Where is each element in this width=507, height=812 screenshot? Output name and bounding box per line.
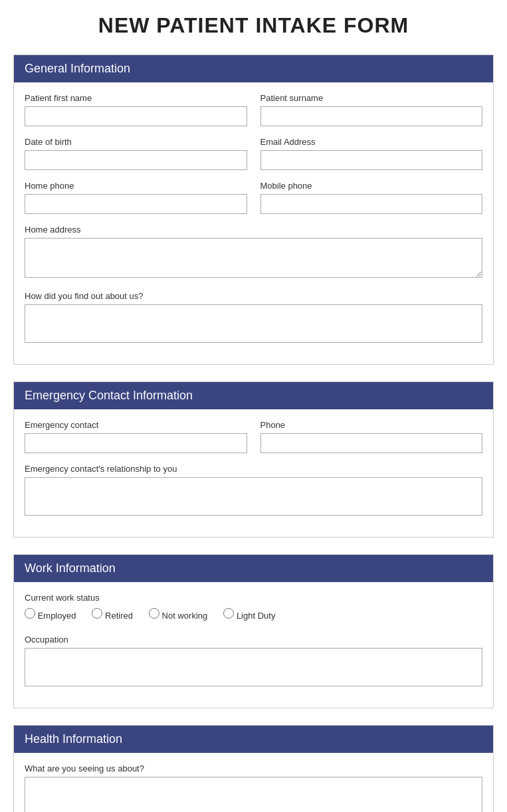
relationship-input[interactable] <box>25 477 482 516</box>
first-name-label: Patient first name <box>25 93 247 103</box>
surname-input[interactable] <box>260 106 483 126</box>
emergency-phone-label: Phone <box>260 420 483 430</box>
first-name-input[interactable] <box>25 106 247 126</box>
seeing-us-label: What are you seeing us about? <box>25 763 482 773</box>
radio-not-working-label: Not working <box>162 611 208 621</box>
home-address-label: Home address <box>25 225 482 235</box>
work-information-header: Work Information <box>14 555 493 582</box>
radio-not-working-input[interactable] <box>149 608 159 619</box>
emergency-contact-section: Emergency Contact Information Emergency … <box>13 381 494 538</box>
radio-light-duty-label: Light Duty <box>237 611 276 621</box>
emergency-phone-input[interactable] <box>260 433 483 453</box>
occupation-input[interactable] <box>25 648 482 686</box>
dob-label: Date of birth <box>25 137 247 147</box>
occupation-label: Occupation <box>25 635 482 645</box>
emergency-contact-input[interactable] <box>25 433 247 453</box>
work-status-radio-group: Employed Retired Not working Light Duty <box>25 608 482 624</box>
general-information-section: General Information Patient first name P… <box>13 54 494 365</box>
radio-employed-input[interactable] <box>25 608 35 619</box>
radio-employed-label: Employed <box>38 611 76 621</box>
radio-employed[interactable]: Employed <box>25 608 76 621</box>
radio-retired[interactable]: Retired <box>92 608 133 621</box>
emergency-contact-header: Emergency Contact Information <box>14 382 493 409</box>
relationship-label: Emergency contact's relationship to you <box>25 464 482 474</box>
radio-light-duty-input[interactable] <box>223 608 234 619</box>
work-information-section: Work Information Current work status Emp… <box>13 554 494 708</box>
radio-retired-label: Retired <box>105 611 133 621</box>
seeing-us-input[interactable] <box>25 777 482 812</box>
work-status-label: Current work status <box>25 593 482 603</box>
surname-label: Patient surname <box>260 93 483 103</box>
general-information-header: General Information <box>14 55 493 82</box>
home-phone-input[interactable] <box>25 194 247 214</box>
health-information-section: Health Information What are you seeing u… <box>13 725 494 812</box>
email-label: Email Address <box>260 137 483 147</box>
mobile-phone-input[interactable] <box>260 194 483 214</box>
home-address-input[interactable] <box>25 238 482 278</box>
radio-retired-input[interactable] <box>92 608 102 619</box>
page-title: NEW PATIENT INTAKE FORM <box>13 13 494 38</box>
health-information-header: Health Information <box>14 726 493 753</box>
home-phone-label: Home phone <box>25 181 247 191</box>
radio-not-working[interactable]: Not working <box>149 608 207 621</box>
how-find-label: How did you find out about us? <box>25 291 482 301</box>
dob-input[interactable] <box>25 150 247 170</box>
email-input[interactable] <box>260 150 483 170</box>
emergency-contact-label: Emergency contact <box>25 420 247 430</box>
how-find-input[interactable] <box>25 304 482 343</box>
radio-light-duty[interactable]: Light Duty <box>223 608 275 621</box>
mobile-phone-label: Mobile phone <box>260 181 483 191</box>
